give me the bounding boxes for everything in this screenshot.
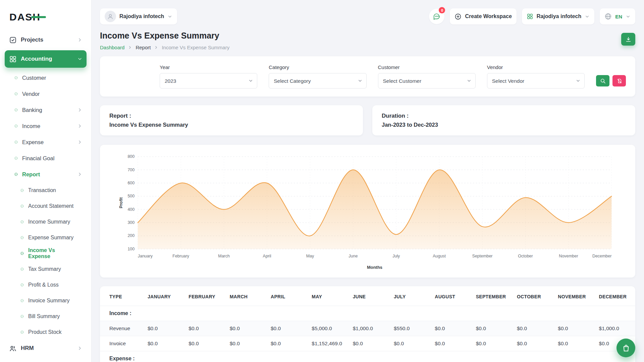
sidebar-item-transaction[interactable]: Transaction — [5, 182, 87, 198]
sidebar-item-expense-summary[interactable]: Expense Summary — [5, 230, 87, 245]
workspace-name: Rajodiya infotech — [119, 13, 164, 19]
report-table: TYPEJANUARYFEBRUARYMARCHAPRILMAYJUNEJULY… — [100, 288, 635, 362]
table-cell: $0.0 — [184, 336, 225, 351]
report-card-value: Income Vs Expense Summary — [109, 122, 354, 128]
chevron-down-icon — [585, 14, 590, 19]
report-summary-card: Report : Income Vs Expense Summary — [100, 105, 363, 135]
sidebar-item-label: Banking — [22, 107, 42, 113]
summary-row: Report : Income Vs Expense Summary Durat… — [100, 105, 635, 135]
globe-icon — [604, 13, 612, 20]
duration-summary-card: Duration : Jan-2023 to Dec-2023 — [372, 105, 635, 135]
sidebar-item-invoice-summary[interactable]: Invoice Summary — [5, 293, 87, 308]
svg-text:100: 100 — [127, 247, 135, 251]
brand-logo[interactable]: DASH — [9, 11, 41, 23]
svg-text:February: February — [172, 254, 190, 258]
customer-label: Customer — [378, 64, 476, 70]
report-card-title: Report : — [109, 113, 354, 119]
breadcrumb-current: Income Vs Expense Summary — [162, 45, 229, 50]
sidebar-item-label: Report — [22, 171, 40, 178]
sidebar-item-label: Account Statement — [28, 203, 73, 209]
table-cell: $0.0 — [266, 336, 307, 351]
table-cell: $0.0 — [471, 336, 512, 351]
table-cell: $550.0 — [389, 321, 430, 336]
sidebar-item-income-vs-expense[interactable]: Income Vs Expense — [5, 245, 87, 261]
column-header: MAY — [307, 288, 348, 306]
sidebar-item-customer[interactable]: Customer — [5, 70, 87, 86]
sidebar-item-banking[interactable]: Banking — [5, 102, 87, 118]
chat-icon — [433, 13, 440, 20]
table-cell: $0.0 — [348, 336, 389, 351]
table-cell: $0.0 — [225, 336, 266, 351]
sidebar-item-projects[interactable]: Projects — [5, 32, 87, 48]
bullet-icon — [14, 108, 18, 112]
sidebar-item-expense[interactable]: Expense — [5, 134, 87, 150]
svg-text:800: 800 — [127, 154, 135, 159]
bullet-icon — [20, 251, 24, 255]
sidebar-item-income[interactable]: Income — [5, 118, 87, 134]
filter-actions — [596, 75, 626, 86]
sidebar-item-income-summary[interactable]: Income Summary — [5, 214, 87, 230]
sidebar-item-tax-summary[interactable]: Tax Summary — [5, 261, 87, 277]
reset-filter-button[interactable] — [612, 75, 626, 86]
table-cell: $0.0 — [389, 336, 430, 351]
sidebar-nav: ProjectsAccountingCustomerVendorBankingI… — [5, 32, 87, 357]
svg-text:Profit: Profit — [119, 197, 123, 208]
sidebar-item-account-statement[interactable]: Account Statement — [5, 198, 87, 214]
column-header: OCTOBER — [512, 288, 553, 306]
download-button[interactable] — [621, 33, 635, 46]
breadcrumb-report[interactable]: Report — [136, 45, 151, 50]
svg-text:Months: Months — [367, 265, 382, 270]
category-select[interactable]: Select Category — [269, 73, 366, 88]
sidebar-item-label: Projects — [21, 37, 43, 43]
svg-text:September: September — [472, 254, 493, 258]
table-cell: $0.0 — [225, 321, 266, 336]
bullet-icon — [14, 92, 18, 96]
vendor-select[interactable]: Select Vendor — [487, 73, 585, 88]
svg-text:October: October — [518, 254, 533, 258]
workspace-selector[interactable]: Rajodiya infotech — [100, 8, 177, 24]
bullet-icon — [20, 283, 24, 287]
sidebar-item-profit-loss[interactable]: Profit & Loss — [5, 277, 87, 293]
sidebar-item-label: Tax Summary — [28, 266, 61, 272]
breadcrumb-dashboard[interactable]: Dashboard — [100, 45, 124, 50]
sidebar-item-vendor[interactable]: Vendor — [5, 86, 87, 102]
year-select[interactable]: 2023 — [160, 73, 257, 88]
section-label: Expense : — [100, 351, 635, 362]
organization-selector[interactable]: Rajodiya infotech — [522, 8, 594, 24]
projects-icon — [9, 36, 17, 44]
table-cell: $0.0 — [553, 321, 594, 336]
apply-filter-button[interactable] — [596, 75, 609, 86]
chevron-down-icon — [626, 14, 631, 19]
chevron-right-icon — [77, 172, 83, 177]
language-code: EN — [615, 14, 622, 19]
sidebar-item-hrm[interactable]: HRM — [5, 340, 87, 357]
messages-button[interactable]: 0 — [429, 9, 444, 24]
sidebar-item-bill-summary[interactable]: Bill Summary — [5, 308, 87, 324]
svg-text:July: July — [392, 254, 400, 258]
bullet-icon — [14, 172, 18, 176]
customer-select[interactable]: Select Customer — [378, 73, 476, 88]
bullet-icon — [14, 124, 18, 128]
svg-text:November: November — [559, 254, 578, 258]
language-selector[interactable]: EN — [600, 8, 635, 24]
topbar: Rajodiya infotech 0 Create Workspace Raj… — [100, 8, 635, 25]
section-label: Income : — [100, 306, 635, 321]
column-header: TYPE — [100, 288, 143, 306]
svg-text:April: April — [263, 254, 271, 258]
chevron-right-icon — [154, 45, 158, 50]
cart-fab-button[interactable] — [616, 339, 635, 357]
page-title: Income Vs Expense Summary — [100, 31, 229, 41]
row-label: Invoice — [100, 336, 143, 351]
sidebar-item-accounting[interactable]: Accounting — [5, 50, 87, 68]
sidebar-item-label: Expense Summary — [28, 235, 73, 241]
svg-text:500: 500 — [127, 194, 135, 198]
sidebar-item-product-stock[interactable]: Product Stock — [5, 324, 87, 340]
sidebar-item-finacial-goal[interactable]: Finacial Goal — [5, 150, 87, 166]
sidebar-item-report[interactable]: Report — [5, 166, 87, 182]
svg-text:400: 400 — [127, 207, 135, 212]
column-header: SEPTEMBER — [471, 288, 512, 306]
table-cell: $0.0 — [143, 321, 184, 336]
clear-filter-icon — [616, 78, 622, 84]
create-workspace-button[interactable]: Create Workspace — [450, 8, 516, 24]
grid-icon — [527, 13, 533, 20]
